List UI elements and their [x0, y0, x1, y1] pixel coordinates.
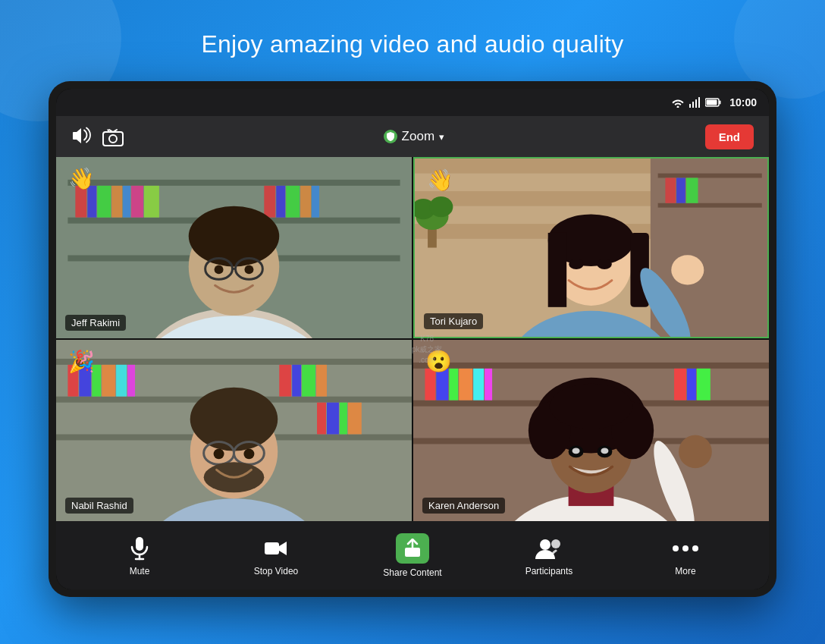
- toolbar: Mute Stop Video: [56, 521, 769, 589]
- video-cell-jeff: 👋 Jeff Rakimi: [56, 157, 412, 338]
- svg-rect-0: [689, 104, 691, 108]
- svg-rect-79: [348, 403, 362, 435]
- svg-point-87: [214, 448, 224, 459]
- svg-rect-23: [286, 186, 300, 218]
- svg-point-110: [550, 384, 633, 429]
- video-grid: 👋 Jeff Rakimi: [56, 157, 769, 521]
- svg-rect-72: [279, 365, 291, 397]
- svg-rect-71: [127, 365, 135, 397]
- svg-point-114: [601, 448, 608, 454]
- video-cell-karen: 😮 Karen Anderson: [413, 340, 769, 521]
- svg-rect-99: [485, 369, 492, 401]
- battery-icon: [705, 98, 722, 107]
- mute-button[interactable]: Mute: [109, 535, 170, 576]
- svg-rect-1: [692, 102, 694, 108]
- svg-point-123: [540, 539, 551, 550]
- svg-rect-24: [300, 186, 311, 218]
- svg-rect-21: [264, 186, 275, 218]
- svg-rect-22: [276, 186, 285, 218]
- svg-rect-91: [413, 363, 769, 369]
- status-bar: 10:00: [56, 89, 769, 116]
- share-content-button[interactable]: Share Content: [382, 533, 443, 578]
- svg-rect-44: [658, 203, 762, 208]
- svg-rect-5: [707, 100, 717, 105]
- svg-rect-75: [316, 365, 327, 397]
- video-cell-tori: 👋 Tori Kujaro: [413, 157, 769, 338]
- participants-label: Participants: [525, 566, 573, 576]
- participants-button[interactable]: Participants: [519, 535, 579, 576]
- tablet-frame: 10:00: [49, 81, 776, 597]
- name-label-tori: Tori Kujaro: [424, 313, 483, 329]
- svg-rect-19: [131, 186, 143, 218]
- share-content-label: Share Content: [383, 567, 441, 578]
- tablet-screen: 10:00: [56, 89, 769, 589]
- svg-point-125: [673, 545, 679, 551]
- chevron-down-icon: ▾: [439, 131, 444, 143]
- svg-rect-101: [687, 369, 696, 401]
- svg-rect-43: [658, 174, 762, 178]
- svg-point-51: [429, 196, 453, 217]
- svg-rect-63: [56, 359, 412, 365]
- share-icon-wrapper: [396, 533, 429, 564]
- emoji-nabil: 🎉: [68, 349, 95, 374]
- svg-rect-17: [111, 186, 122, 218]
- emoji-tori: 👋: [427, 168, 453, 193]
- ellipsis-icon: [669, 535, 702, 562]
- svg-rect-77: [327, 403, 339, 435]
- svg-rect-74: [302, 365, 315, 397]
- svg-rect-7: [103, 132, 123, 146]
- mute-label: Mute: [130, 566, 150, 576]
- svg-rect-3: [698, 97, 700, 108]
- name-label-karen: Karen Anderson: [422, 498, 505, 514]
- svg-rect-46: [676, 177, 685, 203]
- svg-point-127: [692, 545, 698, 551]
- meeting-header: Zoom ▾ End: [56, 116, 769, 157]
- page-headline: Enjoy amazing video and audio quality: [201, 30, 623, 58]
- status-icons: 10:00: [672, 96, 757, 108]
- svg-rect-97: [459, 369, 472, 401]
- meeting-title-area[interactable]: Zoom ▾: [384, 129, 444, 144]
- header-controls-left: [71, 127, 123, 147]
- time-display: 10:00: [729, 96, 757, 108]
- video-cell-nabil: 🎉 Nabil Rashid: [56, 340, 412, 521]
- svg-point-83: [190, 388, 278, 451]
- svg-rect-47: [686, 177, 698, 203]
- svg-rect-45: [665, 177, 676, 203]
- more-button[interactable]: More: [655, 535, 716, 576]
- stop-video-button[interactable]: Stop Video: [246, 535, 306, 576]
- svg-rect-120: [265, 542, 279, 554]
- svg-rect-11: [67, 180, 400, 186]
- signal-icon: [689, 97, 701, 108]
- svg-point-88: [243, 448, 254, 459]
- end-call-button[interactable]: End: [705, 124, 754, 149]
- svg-rect-73: [292, 365, 301, 397]
- mic-icon: [123, 535, 156, 562]
- emoji-karen: 😮: [425, 349, 452, 374]
- svg-point-59: [597, 259, 612, 269]
- svg-rect-98: [473, 369, 484, 401]
- svg-rect-6: [720, 101, 721, 105]
- svg-point-61: [671, 255, 704, 284]
- svg-rect-100: [674, 369, 686, 401]
- stop-video-label: Stop Video: [254, 566, 299, 576]
- svg-rect-102: [697, 369, 711, 401]
- svg-rect-76: [317, 403, 326, 435]
- svg-rect-69: [102, 365, 115, 397]
- svg-point-116: [679, 435, 712, 468]
- name-label-jeff: Jeff Rakimi: [65, 315, 126, 331]
- svg-rect-70: [116, 365, 127, 397]
- svg-rect-20: [144, 186, 159, 218]
- svg-rect-117: [136, 537, 143, 551]
- svg-rect-78: [340, 403, 347, 435]
- volume-icon[interactable]: [71, 127, 91, 147]
- name-label-nabil: Nabil Rashid: [65, 498, 133, 514]
- svg-rect-2: [695, 99, 697, 108]
- video-camera-icon: [259, 535, 293, 562]
- participants-icon: [532, 535, 566, 562]
- svg-point-29: [189, 206, 280, 267]
- camera-flip-icon[interactable]: [102, 127, 123, 146]
- svg-rect-56: [548, 233, 566, 307]
- svg-point-34: [244, 265, 253, 274]
- svg-point-113: [572, 448, 580, 454]
- svg-rect-25: [312, 186, 319, 218]
